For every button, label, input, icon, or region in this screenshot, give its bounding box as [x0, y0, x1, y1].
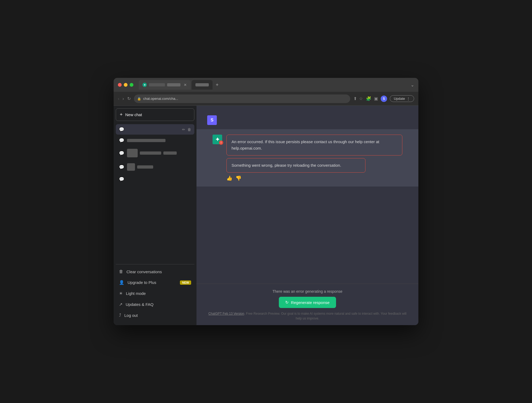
- tab-title-placeholder: [149, 83, 165, 86]
- external-link-icon: ↗: [119, 302, 122, 307]
- tab-text-2: [167, 83, 180, 86]
- address-input[interactable]: 🔒 chat.openai.com/cha...: [134, 94, 350, 103]
- update-label: Update: [394, 97, 405, 101]
- forward-button[interactable]: ›: [122, 96, 124, 101]
- light-mode-label: Light mode: [126, 291, 146, 296]
- sidebar-divider: [116, 264, 194, 264]
- footer-link[interactable]: ChatGPT Feb 13 Version: [209, 312, 244, 315]
- text-block-3b: [163, 151, 177, 155]
- new-badge: NEW: [180, 280, 191, 285]
- title-bar-collapse[interactable]: ⌄: [411, 82, 414, 88]
- active-tab[interactable]: ✦ ✕: [139, 80, 191, 90]
- message-actions: 👍 👎: [226, 175, 402, 181]
- new-chat-button[interactable]: + New chat: [116, 108, 194, 121]
- back-button[interactable]: ‹: [118, 96, 119, 101]
- address-right: 🧩 ▣ S Update ⋮: [366, 95, 414, 102]
- url-text: chat.openai.com/cha...: [143, 97, 178, 101]
- error-badge: !: [219, 140, 223, 145]
- app-container: + New chat 💬 ✏ 🗑 💬: [114, 106, 418, 325]
- chat-icon-4: 💬: [119, 165, 124, 170]
- chat-item-actions: ✏ 🗑: [182, 127, 191, 132]
- sun-icon: ☀: [119, 291, 123, 296]
- reader-mode-icon[interactable]: ▣: [374, 96, 378, 101]
- chat-item-3[interactable]: 💬: [116, 146, 194, 160]
- chat-area: S ✦ ! An error occurred. If this issue p…: [196, 106, 418, 325]
- chat-icon-2: 💬: [119, 138, 124, 143]
- user-icon: 👤: [119, 280, 124, 285]
- chat-list: 💬 ✏ 🗑 💬 💬: [116, 124, 194, 262]
- assistant-message-row: ✦ ! An error occurred. If this issue per…: [196, 129, 418, 187]
- clear-conversations-label: Clear conversations: [126, 269, 162, 274]
- new-chat-label: New chat: [125, 112, 142, 117]
- thumb-2: [127, 163, 135, 171]
- sidebar-menu: 🗑 Clear conversations 👤 Upgrade to Plus …: [116, 267, 194, 322]
- upgrade-label: Upgrade to Plus: [128, 280, 156, 285]
- sidebar: + New chat 💬 ✏ 🗑 💬: [114, 106, 196, 325]
- delete-icon[interactable]: 🗑: [187, 127, 191, 132]
- assistant-avatar: ✦ !: [213, 135, 222, 144]
- sidebar-item-light[interactable]: ☀ Light mode: [116, 288, 194, 299]
- tab-favicon: ✦: [142, 83, 147, 87]
- address-actions: ⬆ ☆: [353, 96, 363, 101]
- inactive-tab-text: [195, 83, 209, 86]
- chat-item-2[interactable]: 💬: [116, 135, 194, 146]
- chat-icon-3: 💬: [119, 151, 124, 156]
- chat-item-4[interactable]: 💬: [116, 161, 194, 173]
- reload-button[interactable]: ↻: [127, 96, 131, 101]
- tabs-area: ✦ ✕ +: [139, 80, 407, 90]
- close-window-button[interactable]: [118, 83, 122, 87]
- sidebar-item-upgrade[interactable]: 👤 Upgrade to Plus NEW: [116, 277, 194, 288]
- text-block-3: [140, 151, 161, 155]
- regenerate-icon: ↻: [285, 300, 289, 305]
- faq-label: Updates & FAQ: [126, 302, 153, 307]
- sidebar-item-faq[interactable]: ↗ Updates & FAQ: [116, 299, 194, 310]
- chat-item-text-3: [127, 149, 191, 157]
- assistant-message-content: An error occurred. If this issue persist…: [226, 135, 402, 181]
- user-message-content: [221, 115, 408, 125]
- chat-icon-active: 💬: [119, 127, 124, 132]
- chat-icon-5: 💬: [119, 177, 124, 182]
- text-block-4: [137, 165, 153, 169]
- error-text-2: Something went wrong, please try reloadi…: [232, 163, 341, 168]
- edit-icon[interactable]: ✏: [182, 127, 185, 132]
- chat-sub-blocks-4: [127, 163, 191, 171]
- browser-window: ✦ ✕ + ⌄ ‹ › ↻ 🔒 chat.openai.com/cha... ⬆…: [114, 78, 418, 325]
- share-icon[interactable]: ⬆: [353, 96, 357, 101]
- error-status-text: There was an error generating a response: [272, 289, 342, 294]
- thumbs-up-button[interactable]: 👍: [226, 175, 232, 181]
- regenerate-label: Regenerate response: [291, 300, 329, 305]
- chat-item-text-2: [127, 139, 191, 142]
- thumbs-down-button[interactable]: 👎: [236, 175, 241, 181]
- footer-suffix: . Free Research Preview. Our goal is to …: [244, 312, 406, 320]
- messages-container: S ✦ ! An error occurred. If this issue p…: [196, 106, 418, 284]
- error-text-1: An error occurred. If this issue persist…: [232, 139, 379, 150]
- chat-item-text-4: [127, 163, 191, 171]
- assistant-message-inner: ✦ ! An error occurred. If this issue per…: [213, 135, 402, 181]
- address-bar: ‹ › ↻ 🔒 chat.openai.com/cha... ⬆ ☆ 🧩 ▣ S…: [114, 92, 418, 106]
- traffic-lights: [118, 83, 133, 87]
- lock-icon: 🔒: [137, 97, 141, 101]
- regenerate-button[interactable]: ↻ Regenerate response: [279, 297, 336, 308]
- bookmark-icon[interactable]: ☆: [359, 96, 363, 101]
- maximize-window-button[interactable]: [130, 83, 133, 87]
- tab-close-button[interactable]: ✕: [184, 83, 187, 87]
- sidebar-item-logout[interactable]: ⤴ Log out: [116, 310, 194, 320]
- user-message-row: S: [196, 111, 418, 129]
- update-button[interactable]: Update ⋮: [390, 95, 414, 102]
- extensions-icon[interactable]: 🧩: [366, 96, 371, 101]
- profile-button[interactable]: S: [381, 96, 387, 102]
- inactive-tab[interactable]: [192, 80, 213, 90]
- minimize-window-button[interactable]: [124, 83, 128, 87]
- title-bar: ✦ ✕ + ⌄: [114, 78, 418, 92]
- chat-item-5[interactable]: 💬: [116, 174, 194, 184]
- footer-text: ChatGPT Feb 13 Version. Free Research Pr…: [207, 311, 408, 321]
- trash-icon: 🗑: [119, 269, 123, 274]
- chat-item-active[interactable]: 💬 ✏ 🗑: [116, 124, 194, 135]
- chat-bottom: There was an error generating a response…: [196, 284, 418, 325]
- logout-icon: ⤴: [119, 313, 121, 318]
- plus-icon: +: [120, 112, 123, 117]
- sidebar-item-clear[interactable]: 🗑 Clear conversations: [116, 267, 194, 277]
- thumb-1: [127, 149, 138, 157]
- error-box-2: Something went wrong, please try reloadi…: [226, 158, 365, 173]
- new-tab-button[interactable]: +: [214, 81, 221, 89]
